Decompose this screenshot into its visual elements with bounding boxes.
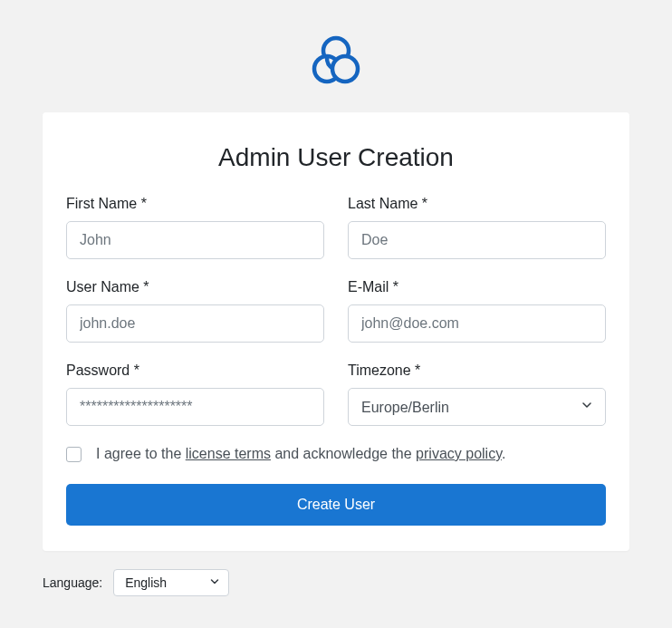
language-label: Language: <box>43 575 102 590</box>
email-group: E-Mail * <box>348 279 606 343</box>
email-label: E-Mail * <box>348 279 606 295</box>
agree-text: I agree to the license terms and acknowl… <box>96 446 505 462</box>
language-select[interactable]: English <box>113 569 229 596</box>
user-name-group: User Name * <box>66 279 324 343</box>
user-name-input[interactable] <box>66 304 324 343</box>
timezone-label: Timezone * <box>348 362 606 379</box>
language-row: Language: English <box>43 569 629 596</box>
svg-point-2 <box>332 56 358 82</box>
first-name-group: First Name * <box>66 196 324 259</box>
agree-checkbox[interactable] <box>66 447 82 462</box>
last-name-group: Last Name * <box>348 196 606 259</box>
timezone-select[interactable]: Europe/Berlin <box>348 388 606 426</box>
last-name-label: Last Name * <box>348 196 606 212</box>
email-input[interactable] <box>348 304 606 343</box>
privacy-policy-link[interactable]: privacy policy <box>416 446 502 461</box>
app-logo-icon <box>308 34 364 91</box>
password-label: Password * <box>66 362 324 379</box>
first-name-label: First Name * <box>66 196 324 212</box>
page-title: Admin User Creation <box>66 143 606 172</box>
password-input[interactable] <box>66 388 324 426</box>
last-name-input[interactable] <box>348 221 606 259</box>
timezone-group: Timezone * Europe/Berlin <box>348 362 606 426</box>
user-creation-card: Admin User Creation First Name * Last Na… <box>43 112 629 551</box>
form-grid: First Name * Last Name * User Name * E-M… <box>66 196 606 426</box>
license-terms-link[interactable]: license terms <box>186 446 271 461</box>
agree-row: I agree to the license terms and acknowl… <box>66 446 606 462</box>
create-user-button[interactable]: Create User <box>66 484 606 526</box>
first-name-input[interactable] <box>66 221 324 259</box>
password-group: Password * <box>66 362 324 426</box>
user-name-label: User Name * <box>66 279 324 295</box>
